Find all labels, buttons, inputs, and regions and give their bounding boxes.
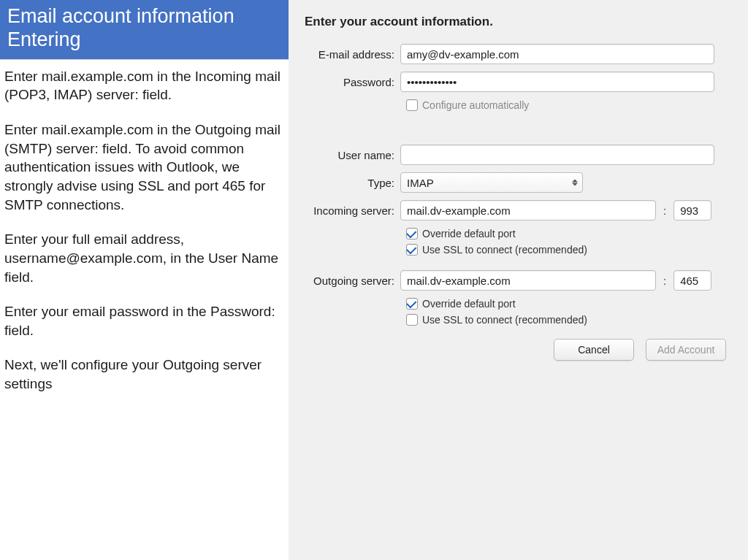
- outgoing-override-checkbox[interactable]: [406, 298, 418, 310]
- instruction-p2: Enter mail.example.com in the Outgoing m…: [4, 120, 284, 214]
- email-input[interactable]: [400, 44, 714, 64]
- outgoing-override-label: Override default port: [422, 298, 516, 310]
- password-input[interactable]: [400, 72, 714, 92]
- incoming-ssl-row[interactable]: Use SSL to connect (recommended): [406, 244, 733, 256]
- configure-auto-row[interactable]: Configure automatically: [406, 99, 733, 111]
- incoming-override-row[interactable]: Override default port: [406, 228, 733, 239]
- incoming-ssl-checkbox[interactable]: [406, 244, 418, 256]
- outgoing-ssl-checkbox[interactable]: [406, 314, 418, 326]
- outgoing-ssl-row[interactable]: Use SSL to connect (recommended): [406, 314, 733, 326]
- outgoing-server-input[interactable]: [400, 270, 656, 291]
- incoming-override-checkbox[interactable]: [406, 228, 418, 239]
- instruction-p3: Enter your full email address, username@…: [4, 230, 284, 286]
- cancel-button[interactable]: Cancel: [554, 339, 634, 361]
- incoming-ssl-label: Use SSL to connect (recommended): [422, 244, 587, 256]
- panel-title: Email account information Entering: [0, 0, 289, 60]
- configure-auto-checkbox[interactable]: [406, 99, 418, 111]
- type-select[interactable]: IMAP: [400, 172, 583, 193]
- add-account-button[interactable]: Add Account: [646, 339, 726, 361]
- outgoing-port-input[interactable]: [673, 270, 711, 291]
- incoming-port-input[interactable]: [673, 200, 711, 220]
- account-dialog: Enter your account information. E-mail a…: [289, 0, 748, 560]
- instructions-body: Enter mail.example.com in the Incoming m…: [0, 60, 289, 401]
- username-label: User name:: [302, 149, 400, 161]
- instruction-p4: Enter your email password in the Passwor…: [4, 302, 284, 340]
- select-caret-icon: [572, 180, 578, 186]
- outgoing-port-sep: :: [660, 275, 669, 287]
- instruction-p5: Next, we'll configure your Outgoing serv…: [4, 356, 284, 393]
- password-label: Password:: [302, 76, 400, 88]
- type-value: IMAP: [407, 177, 434, 189]
- type-label: Type:: [302, 177, 400, 189]
- configure-auto-label: Configure automatically: [422, 99, 529, 111]
- outgoing-label: Outgoing server:: [302, 275, 400, 287]
- incoming-port-sep: :: [660, 204, 669, 217]
- email-label: E-mail address:: [302, 48, 400, 61]
- incoming-label: Incoming server:: [302, 204, 400, 217]
- username-input[interactable]: [400, 145, 714, 165]
- outgoing-override-row[interactable]: Override default port: [406, 298, 733, 310]
- incoming-server-input[interactable]: [400, 200, 656, 220]
- instruction-p1: Enter mail.example.com in the Incoming m…: [4, 67, 284, 104]
- outgoing-ssl-label: Use SSL to connect (recommended): [422, 314, 587, 326]
- instructions-panel: Email account information Entering Enter…: [0, 0, 289, 560]
- incoming-override-label: Override default port: [422, 228, 516, 239]
- dialog-heading: Enter your account information.: [305, 15, 733, 29]
